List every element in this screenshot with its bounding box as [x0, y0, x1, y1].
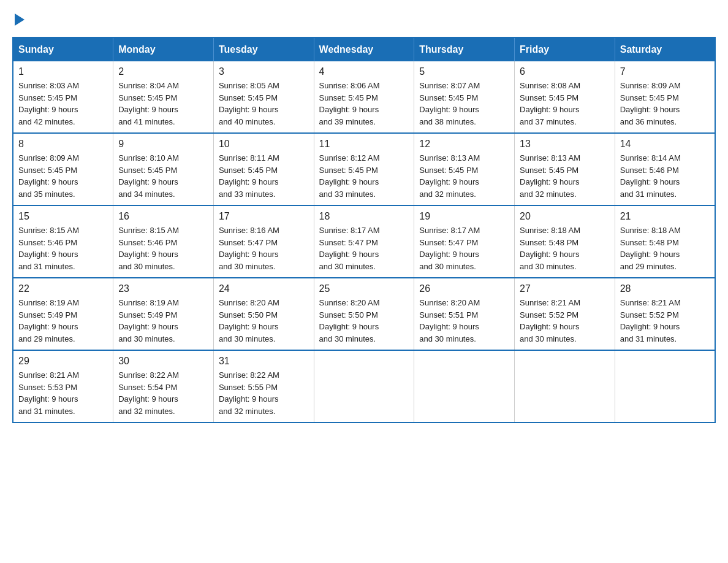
day-number: 26	[419, 283, 509, 294]
calendar-cell: 12Sunrise: 8:13 AMSunset: 5:45 PMDayligh…	[414, 133, 515, 205]
week-row-5: 29Sunrise: 8:21 AMSunset: 5:53 PMDayligh…	[13, 350, 715, 423]
day-info: Sunrise: 8:20 AMSunset: 5:50 PMDaylight:…	[319, 297, 409, 345]
day-number: 31	[219, 356, 309, 367]
day-info: Sunrise: 8:10 AMSunset: 5:45 PMDaylight:…	[118, 152, 208, 200]
header-friday: Friday	[515, 37, 615, 61]
day-number: 6	[520, 66, 610, 77]
day-number: 8	[18, 139, 108, 150]
day-info: Sunrise: 8:12 AMSunset: 5:45 PMDaylight:…	[319, 152, 409, 200]
calendar-cell: 31Sunrise: 8:22 AMSunset: 5:55 PMDayligh…	[213, 350, 314, 423]
header-saturday: Saturday	[615, 37, 715, 61]
day-info: Sunrise: 8:21 AMSunset: 5:53 PMDaylight:…	[18, 369, 108, 417]
day-number: 19	[419, 211, 509, 222]
day-info: Sunrise: 8:21 AMSunset: 5:52 PMDaylight:…	[520, 297, 610, 345]
day-number: 22	[18, 283, 108, 294]
day-number: 27	[520, 283, 610, 294]
logo	[12, 12, 25, 25]
calendar-cell: 6Sunrise: 8:08 AMSunset: 5:45 PMDaylight…	[515, 61, 615, 133]
day-number: 9	[118, 139, 208, 150]
day-info: Sunrise: 8:17 AMSunset: 5:47 PMDaylight:…	[319, 224, 409, 272]
page-header	[12, 12, 716, 25]
day-info: Sunrise: 8:09 AMSunset: 5:45 PMDaylight:…	[620, 80, 710, 128]
day-number: 24	[219, 283, 309, 294]
logo-arrow-icon	[15, 13, 25, 26]
day-info: Sunrise: 8:22 AMSunset: 5:54 PMDaylight:…	[118, 369, 208, 417]
day-info: Sunrise: 8:20 AMSunset: 5:51 PMDaylight:…	[419, 297, 509, 345]
calendar-cell	[515, 350, 615, 423]
day-info: Sunrise: 8:21 AMSunset: 5:52 PMDaylight:…	[620, 297, 710, 345]
calendar-cell: 13Sunrise: 8:13 AMSunset: 5:45 PMDayligh…	[515, 133, 615, 205]
calendar-cell: 17Sunrise: 8:16 AMSunset: 5:47 PMDayligh…	[213, 205, 314, 278]
day-number: 30	[118, 356, 208, 367]
day-info: Sunrise: 8:04 AMSunset: 5:45 PMDaylight:…	[118, 80, 208, 128]
day-number: 25	[319, 283, 409, 294]
calendar-cell: 11Sunrise: 8:12 AMSunset: 5:45 PMDayligh…	[314, 133, 414, 205]
calendar-cell: 24Sunrise: 8:20 AMSunset: 5:50 PMDayligh…	[213, 278, 314, 350]
calendar-cell: 5Sunrise: 8:07 AMSunset: 5:45 PMDaylight…	[414, 61, 515, 133]
day-info: Sunrise: 8:18 AMSunset: 5:48 PMDaylight:…	[620, 224, 710, 272]
day-info: Sunrise: 8:22 AMSunset: 5:55 PMDaylight:…	[219, 369, 309, 417]
calendar-cell: 4Sunrise: 8:06 AMSunset: 5:45 PMDaylight…	[314, 61, 414, 133]
day-info: Sunrise: 8:06 AMSunset: 5:45 PMDaylight:…	[319, 80, 409, 128]
day-info: Sunrise: 8:13 AMSunset: 5:45 PMDaylight:…	[419, 152, 509, 200]
week-row-3: 15Sunrise: 8:15 AMSunset: 5:46 PMDayligh…	[13, 205, 715, 278]
calendar-cell: 29Sunrise: 8:21 AMSunset: 5:53 PMDayligh…	[13, 350, 113, 423]
day-info: Sunrise: 8:08 AMSunset: 5:45 PMDaylight:…	[520, 80, 610, 128]
calendar-cell: 22Sunrise: 8:19 AMSunset: 5:49 PMDayligh…	[13, 278, 113, 350]
calendar-cell: 14Sunrise: 8:14 AMSunset: 5:46 PMDayligh…	[615, 133, 715, 205]
day-info: Sunrise: 8:11 AMSunset: 5:45 PMDaylight:…	[219, 152, 309, 200]
header-wednesday: Wednesday	[314, 37, 414, 61]
day-info: Sunrise: 8:15 AMSunset: 5:46 PMDaylight:…	[118, 224, 208, 272]
day-info: Sunrise: 8:16 AMSunset: 5:47 PMDaylight:…	[219, 224, 309, 272]
calendar-cell: 20Sunrise: 8:18 AMSunset: 5:48 PMDayligh…	[515, 205, 615, 278]
calendar-cell: 10Sunrise: 8:11 AMSunset: 5:45 PMDayligh…	[213, 133, 314, 205]
calendar-cell: 15Sunrise: 8:15 AMSunset: 5:46 PMDayligh…	[13, 205, 113, 278]
day-number: 18	[319, 211, 409, 222]
calendar-cell	[314, 350, 414, 423]
day-number: 14	[620, 139, 710, 150]
day-number: 17	[219, 211, 309, 222]
calendar-cell: 27Sunrise: 8:21 AMSunset: 5:52 PMDayligh…	[515, 278, 615, 350]
day-info: Sunrise: 8:19 AMSunset: 5:49 PMDaylight:…	[118, 297, 208, 345]
day-number: 13	[520, 139, 610, 150]
day-number: 11	[319, 139, 409, 150]
calendar-cell: 7Sunrise: 8:09 AMSunset: 5:45 PMDaylight…	[615, 61, 715, 133]
calendar-cell: 25Sunrise: 8:20 AMSunset: 5:50 PMDayligh…	[314, 278, 414, 350]
day-info: Sunrise: 8:13 AMSunset: 5:45 PMDaylight:…	[520, 152, 610, 200]
day-number: 1	[18, 66, 108, 77]
header-thursday: Thursday	[414, 37, 515, 61]
day-number: 7	[620, 66, 710, 77]
calendar-cell: 9Sunrise: 8:10 AMSunset: 5:45 PMDaylight…	[113, 133, 214, 205]
week-row-1: 1Sunrise: 8:03 AMSunset: 5:45 PMDaylight…	[13, 61, 715, 133]
day-number: 23	[118, 283, 208, 294]
calendar-cell: 8Sunrise: 8:09 AMSunset: 5:45 PMDaylight…	[13, 133, 113, 205]
day-number: 10	[219, 139, 309, 150]
calendar-table: SundayMondayTuesdayWednesdayThursdayFrid…	[12, 37, 716, 423]
day-number: 20	[520, 211, 610, 222]
calendar-cell: 2Sunrise: 8:04 AMSunset: 5:45 PMDaylight…	[113, 61, 214, 133]
calendar-cell: 3Sunrise: 8:05 AMSunset: 5:45 PMDaylight…	[213, 61, 314, 133]
calendar-cell: 19Sunrise: 8:17 AMSunset: 5:47 PMDayligh…	[414, 205, 515, 278]
calendar-cell: 23Sunrise: 8:19 AMSunset: 5:49 PMDayligh…	[113, 278, 214, 350]
day-number: 2	[118, 66, 208, 77]
calendar-header-row: SundayMondayTuesdayWednesdayThursdayFrid…	[13, 37, 715, 61]
day-number: 28	[620, 283, 710, 294]
week-row-4: 22Sunrise: 8:19 AMSunset: 5:49 PMDayligh…	[13, 278, 715, 350]
day-info: Sunrise: 8:05 AMSunset: 5:45 PMDaylight:…	[219, 80, 309, 128]
day-number: 15	[18, 211, 108, 222]
header-sunday: Sunday	[13, 37, 113, 61]
calendar-cell: 26Sunrise: 8:20 AMSunset: 5:51 PMDayligh…	[414, 278, 515, 350]
calendar-cell: 30Sunrise: 8:22 AMSunset: 5:54 PMDayligh…	[113, 350, 214, 423]
day-info: Sunrise: 8:03 AMSunset: 5:45 PMDaylight:…	[18, 80, 108, 128]
day-number: 4	[319, 66, 409, 77]
header-tuesday: Tuesday	[213, 37, 314, 61]
calendar-cell: 21Sunrise: 8:18 AMSunset: 5:48 PMDayligh…	[615, 205, 715, 278]
day-info: Sunrise: 8:09 AMSunset: 5:45 PMDaylight:…	[18, 152, 108, 200]
day-number: 21	[620, 211, 710, 222]
calendar-cell: 1Sunrise: 8:03 AMSunset: 5:45 PMDaylight…	[13, 61, 113, 133]
day-info: Sunrise: 8:07 AMSunset: 5:45 PMDaylight:…	[419, 80, 509, 128]
calendar-cell: 28Sunrise: 8:21 AMSunset: 5:52 PMDayligh…	[615, 278, 715, 350]
calendar-cell	[414, 350, 515, 423]
calendar-cell: 16Sunrise: 8:15 AMSunset: 5:46 PMDayligh…	[113, 205, 214, 278]
day-info: Sunrise: 8:18 AMSunset: 5:48 PMDaylight:…	[520, 224, 610, 272]
